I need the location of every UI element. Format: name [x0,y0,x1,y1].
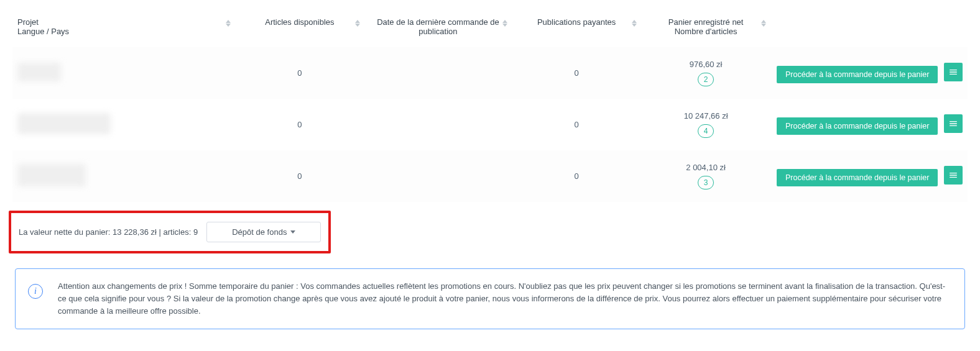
table-row: 0 0 2 004,10 zł 3 Procéder à la commande… [12,150,968,202]
cart-count-badge[interactable]: 2 [698,73,714,86]
cell-articles: 0 [235,47,364,99]
cart-price: 976,60 zł [647,60,764,69]
blurred-project-name [17,63,61,81]
sort-icon[interactable] [760,17,767,29]
col-header-project[interactable]: Projet Langue / Pays [12,6,235,47]
cart-count-badge[interactable]: 4 [698,124,714,138]
cell-paid: 0 [512,99,641,150]
col-header-cart-net[interactable]: Panier enregistré net Nombre d'articles [641,6,770,47]
col-header-project-sub: Langue / Pays [17,27,229,36]
cart-net-value: 13 228,36 zł [113,227,157,237]
col-header-actions [770,6,968,47]
cart-price: 2 004,10 zł [647,163,764,172]
cart-articles-label: articles: [164,227,192,237]
cell-actions: Procéder à la commande depuis le panier [770,150,968,202]
projects-table: Projet Langue / Pays Articles disponible… [12,6,968,202]
cell-articles: 0 [235,150,364,202]
sort-icon[interactable] [225,17,231,29]
cell-cart-net: 10 247,66 zł 4 [641,99,770,150]
cart-sep: | [159,227,161,237]
hamburger-icon [948,119,958,129]
table-row: 0 0 976,60 zł 2 Procéder à la commande d… [12,47,968,99]
cell-paid: 0 [512,47,641,99]
cart-summary-text: La valeur nette du panier: 13 228,36 zł … [19,227,198,237]
sort-icon[interactable] [502,17,508,29]
deposit-funds-button[interactable]: Dépôt de fonds [206,222,321,242]
info-icon: i [28,284,43,299]
cell-actions: Procéder à la commande depuis le panier [770,47,968,99]
cart-count-badge[interactable]: 3 [698,176,714,189]
cell-last-date [364,99,512,150]
table-row: 0 0 10 247,66 zł 4 Procéder à la command… [12,99,968,150]
proceed-button[interactable]: Procéder à la commande depuis le panier [777,117,938,135]
cart-price: 10 247,66 zł [647,111,764,121]
table-header-row: Projet Langue / Pays Articles disponible… [12,6,968,47]
price-change-alert: i Attention aux changements de prix ! So… [15,268,965,329]
cell-project [12,47,235,99]
sort-icon[interactable] [631,17,637,29]
deposit-funds-label: Dépôt de fonds [232,227,287,237]
cell-last-date [364,47,512,99]
blurred-project-name [17,164,86,186]
cell-articles: 0 [235,99,364,150]
cell-cart-net: 2 004,10 zł 3 [641,150,770,202]
cell-actions: Procéder à la commande depuis le panier [770,99,968,150]
proceed-button[interactable]: Procéder à la commande depuis le panier [777,66,938,83]
row-menu-button[interactable] [944,63,963,81]
alert-text: Attention aux changements de prix ! Somm… [58,280,952,317]
col-header-paid[interactable]: Publications payantes [512,6,641,47]
cell-last-date [364,150,512,202]
col-header-paid-label: Publications payantes [537,17,616,27]
row-menu-button[interactable] [944,114,963,133]
cart-articles-value: 9 [193,227,198,237]
col-header-last-order[interactable]: Date de la dernière commande de publicat… [364,6,512,47]
cart-net-label: La valeur nette du panier: [19,227,110,237]
col-header-articles-label: Articles disponibles [265,17,334,27]
row-menu-button[interactable] [944,166,963,185]
cell-cart-net: 976,60 zł 2 [641,47,770,99]
cell-project [12,150,235,202]
col-header-articles[interactable]: Articles disponibles [235,6,364,47]
hamburger-icon [948,170,958,180]
col-header-cart-net-label: Panier enregistré net [668,17,744,27]
cart-summary-highlight: La valeur nette du panier: 13 228,36 zł … [9,211,331,253]
blurred-project-name [17,113,111,134]
proceed-button[interactable]: Procéder à la commande depuis le panier [777,169,938,186]
chevron-down-icon [290,230,295,234]
col-header-last-order-label: Date de la dernière commande de publicat… [377,17,499,36]
cell-project [12,99,235,150]
sort-icon[interactable] [354,17,361,29]
col-header-cart-net-sub: Nombre d'articles [647,27,764,36]
cell-paid: 0 [512,150,641,202]
hamburger-icon [948,67,958,77]
col-header-project-label: Projet [17,17,39,27]
